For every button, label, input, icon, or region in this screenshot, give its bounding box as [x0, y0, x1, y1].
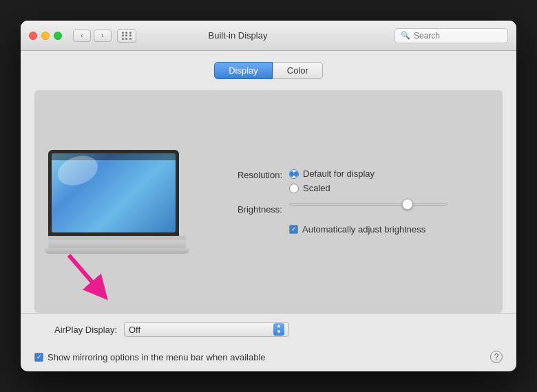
auto-brightness-row: ✓ Automatically adjust brightness [289, 224, 489, 235]
laptop-base [48, 240, 186, 248]
laptop-bottom [45, 248, 189, 254]
auto-brightness-checkbox[interactable]: ✓ [289, 225, 298, 234]
minimize-button[interactable] [41, 32, 50, 40]
brightness-slider-track[interactable] [289, 203, 448, 206]
laptop-screen [52, 153, 176, 232]
resolution-row: Resolution: Default for display Scaled [220, 168, 489, 193]
checkbox-check-icon: ✓ [291, 226, 297, 232]
content-area: Display Color [21, 51, 516, 313]
traffic-lights [29, 32, 62, 40]
resolution-scaled-label: Scaled [303, 183, 330, 193]
search-icon: 🔍 [401, 31, 410, 40]
brightness-label: Brightness: [220, 203, 282, 215]
airplay-label: AirPlay Display: [34, 325, 117, 335]
brightness-slider-fill [290, 204, 408, 205]
resolution-default-option[interactable]: Default for display [289, 168, 375, 179]
resolution-scaled-option[interactable]: Scaled [289, 183, 375, 193]
color-tab[interactable]: Color [273, 62, 323, 79]
brightness-slider-thumb[interactable] [402, 199, 413, 210]
airplay-value: Off [129, 325, 140, 335]
title-bar: ‹ › Built-in Display 🔍 [21, 21, 516, 51]
resolution-label: Resolution: [220, 168, 282, 180]
resolution-scaled-radio[interactable] [289, 184, 299, 193]
mirror-row: ✓ Show mirroring options in the menu bar… [21, 345, 516, 371]
maximize-button[interactable] [54, 32, 62, 40]
mirror-label: Show mirroring options in the menu bar w… [48, 352, 266, 362]
bottom-bar: AirPlay Display: Off ▲ ▼ [21, 313, 516, 345]
resolution-default-label: Default for display [303, 168, 375, 179]
resolution-default-radio[interactable] [289, 169, 299, 179]
mirror-checkbox-check-icon: ✓ [36, 354, 42, 360]
segment-control: Display Color [34, 62, 503, 79]
settings-panel: Resolution: Default for display Scaled [220, 168, 489, 235]
arrow-down-icon: ▼ [276, 329, 282, 336]
screen-frame [48, 150, 179, 236]
mirror-checkbox[interactable]: ✓ [34, 353, 43, 362]
laptop-illustration [48, 150, 200, 254]
close-button[interactable] [29, 32, 37, 40]
brightness-row: Brightness: [220, 203, 489, 215]
main-window: ‹ › Built-in Display 🔍 Display Color [21, 21, 516, 371]
window-title: Built-in Display [87, 30, 389, 41]
airplay-select[interactable]: Off ▲ ▼ [124, 322, 289, 337]
auto-brightness-label: Automatically adjust brightness [302, 224, 425, 235]
display-tab[interactable]: Display [214, 62, 273, 79]
search-box[interactable]: 🔍 [394, 28, 508, 43]
mirror-left: ✓ Show mirroring options in the menu bar… [34, 352, 266, 362]
search-input[interactable] [414, 31, 502, 41]
laptop-image [48, 150, 186, 254]
laptop-hinge [48, 236, 186, 240]
select-arrows-icon: ▲ ▼ [273, 323, 284, 336]
display-panel: Resolution: Default for display Scaled [34, 90, 503, 313]
help-button[interactable]: ? [490, 351, 503, 363]
brightness-slider-container [289, 203, 448, 206]
resolution-radio-group: Default for display Scaled [289, 168, 375, 193]
